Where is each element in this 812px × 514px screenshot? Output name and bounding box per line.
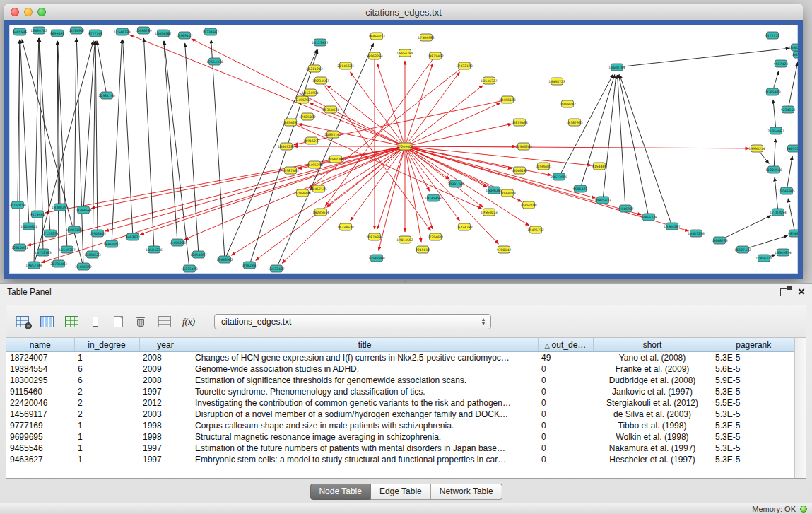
column-header-title[interactable]: title xyxy=(192,338,538,352)
table-row[interactable]: 2242004622012Investigating the contribut… xyxy=(6,397,795,409)
graph-node-label: 20531190 xyxy=(98,94,114,98)
tab-network-table[interactable]: Network Table xyxy=(431,484,502,500)
window-titlebar[interactable]: citations_edges.txt xyxy=(4,4,803,21)
graph-node-label: 19145453 xyxy=(425,197,441,200)
graph-edge xyxy=(249,49,318,265)
graph-node-label: 17135274 xyxy=(42,232,58,235)
table-row[interactable]: 946362711997Embryonic stem cells: a mode… xyxy=(6,454,795,465)
column-header-label: pagerank xyxy=(736,340,771,350)
graph-node-label: 16123457 xyxy=(312,41,328,45)
table-tabs: Node TableEdge TableNetwork Table xyxy=(310,484,502,500)
graph-node-label: 18235674 xyxy=(312,211,329,214)
table-cell: 0 xyxy=(538,386,593,397)
show-columns-icon xyxy=(40,316,54,327)
column-header-in_degree[interactable]: in_degree xyxy=(74,338,139,352)
graph-edge xyxy=(185,43,199,255)
table-cell: 9777169 xyxy=(6,420,74,431)
graph-node-label: 17249407 xyxy=(396,145,413,148)
table-cell: Embryonic stem cells: a model to study s… xyxy=(192,454,538,465)
table-cell: 1997 xyxy=(139,386,192,397)
table-row[interactable]: 1938455462009Genome-wide association stu… xyxy=(6,363,795,375)
close-panel-icon[interactable]: × xyxy=(798,287,805,297)
status-bar: Memory: OK xyxy=(0,503,812,514)
network-window: citations_edges.txt 17249407115462051604… xyxy=(4,4,803,279)
column-header-name[interactable]: name xyxy=(6,338,74,352)
graph-node-label: 16549874 xyxy=(775,251,791,255)
graph-node-label: 20457135 xyxy=(310,187,326,191)
float-panel-icon[interactable] xyxy=(780,288,789,296)
table-row[interactable]: 1830029562008Estimation of significance … xyxy=(6,375,795,386)
graph-node-label: 11546987 xyxy=(617,207,633,211)
column-header-out_de[interactable]: △out_de… xyxy=(538,338,593,352)
column-header-label: title xyxy=(358,340,372,350)
vertical-scrollbar[interactable] xyxy=(794,338,806,478)
table-cell: 18724007 xyxy=(6,352,74,364)
import-table-button[interactable] xyxy=(155,313,173,331)
graph-node-label: 18963254 xyxy=(366,54,382,58)
network-canvas[interactable]: 1724940711546205160461371854421919564013… xyxy=(4,20,803,279)
table-panel-title: Table Panel xyxy=(7,287,52,297)
graph-node-label: 14582367 xyxy=(241,264,257,267)
graph-node-label: 21456872 xyxy=(75,265,91,269)
edit-table-button[interactable] xyxy=(63,313,81,331)
column-header-label: year xyxy=(157,340,173,350)
column-header-pagerank[interactable]: pagerank xyxy=(712,338,795,352)
graph-node-label: 16587432 xyxy=(734,248,751,252)
table-cell: 0 xyxy=(538,420,593,431)
table-cell: 2 xyxy=(74,397,139,409)
new-table-button[interactable] xyxy=(110,313,126,331)
table-row[interactable]: 977716911998Corpus callosum shape and si… xyxy=(6,420,795,431)
graph-node-label: 9586423 xyxy=(573,187,588,191)
graph-node-label: 18462357 xyxy=(103,243,119,246)
graph-node-label: 17685032 xyxy=(299,115,315,119)
column-header-year[interactable]: year xyxy=(139,338,192,352)
window-title: citations_edges.txt xyxy=(365,7,442,18)
table-row[interactable]: 1456911722003Disruption of a novel membe… xyxy=(6,409,795,420)
graph-node-label: 20145623 xyxy=(337,64,353,68)
graph-node-label: 16046137 xyxy=(511,169,527,173)
table-cell: Estimation of the future numbers of pati… xyxy=(192,443,538,454)
graph-node-label: 15698742 xyxy=(559,103,575,106)
table-cell: 0 xyxy=(538,454,593,465)
memory-ok-indicator[interactable] xyxy=(800,506,807,513)
table-cell: 1 xyxy=(74,431,139,443)
graph-edge xyxy=(377,63,405,146)
zoom-window-button[interactable] xyxy=(37,8,46,16)
table-row[interactable]: 1872400712008Changes of HCN gene express… xyxy=(6,352,795,364)
graph-node-label: 12045365 xyxy=(778,189,794,193)
close-window-button[interactable] xyxy=(11,8,19,16)
graph-node-label: 11546205 xyxy=(515,145,531,148)
function-builder-button[interactable]: f(x) xyxy=(180,313,197,331)
graph-node-label: 12610651 xyxy=(11,246,28,250)
table-row[interactable]: 946554611997Estimation of the future num… xyxy=(6,443,795,454)
graph-node-label: 20391246 xyxy=(447,182,464,186)
table-panel-header: Table Panel × xyxy=(0,284,812,300)
column-chooser-button[interactable] xyxy=(88,313,103,331)
table-settings-button[interactable] xyxy=(13,313,31,331)
graph-edge xyxy=(773,100,776,131)
table-row[interactable]: 911546021997Tourette syndrome. Phenomeno… xyxy=(6,386,795,397)
network-table-selector[interactable]: citations_edges.txt ▲▼ xyxy=(214,314,491,329)
graph-node-label: 18300295 xyxy=(52,206,68,209)
column-header-label: name xyxy=(30,340,51,350)
graph-node-label: 11546234 xyxy=(114,30,130,34)
graph-node-label: 15958214 xyxy=(748,147,765,151)
table-toolbar: f(x) citations_edges.txt ▲▼ xyxy=(6,305,806,338)
graph-edge xyxy=(559,74,613,177)
tab-node-table[interactable]: Node Table xyxy=(310,484,371,500)
delete-table-button[interactable] xyxy=(133,313,148,331)
graph-edge xyxy=(140,146,405,235)
show-columns-button[interactable] xyxy=(38,313,56,331)
graph-node-label: 14732185 xyxy=(35,251,51,255)
table-cell: 2 xyxy=(74,386,139,397)
minimize-window-button[interactable] xyxy=(24,8,33,16)
graph-edge xyxy=(225,49,317,259)
table-cell: 49 xyxy=(538,352,593,364)
graph-node-label: 17564982 xyxy=(418,36,434,40)
graph-node-label: 11203546 xyxy=(765,168,782,172)
table-row[interactable]: 969969511998Structural magnetic resonanc… xyxy=(6,431,795,443)
tab-edge-table[interactable]: Edge Table xyxy=(371,484,431,500)
column-header-short[interactable]: short xyxy=(593,338,712,352)
graph-node-label: 9245012 xyxy=(416,248,430,252)
table-cell: 1 xyxy=(74,420,139,431)
